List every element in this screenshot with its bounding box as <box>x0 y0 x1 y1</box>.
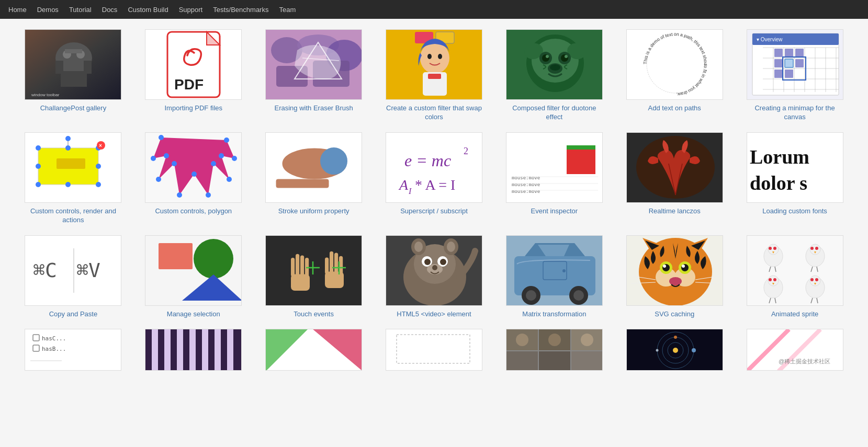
svg-point-167 <box>432 265 437 270</box>
svg-rect-251 <box>386 329 482 371</box>
card-partial-5[interactable] <box>497 329 612 375</box>
svg-text:mouse:move: mouse:move <box>512 182 540 187</box>
card-title: Importing PDF files <box>165 104 223 113</box>
svg-point-213 <box>769 278 772 281</box>
svg-rect-33 <box>428 74 441 79</box>
svg-text:mouse:move: mouse:move <box>512 189 540 194</box>
svg-point-81 <box>96 164 101 169</box>
card-partial-6[interactable] <box>617 329 732 375</box>
svg-rect-68 <box>785 49 793 57</box>
card-custom-controls[interactable]: × Custom controls, render and actions <box>16 132 131 225</box>
svg-rect-9 <box>84 61 92 74</box>
svg-rect-73 <box>774 70 783 78</box>
svg-point-100 <box>177 192 182 198</box>
svg-rect-7 <box>61 71 87 87</box>
svg-text:e = mc: e = mc <box>404 151 451 170</box>
svg-point-82 <box>96 182 101 187</box>
svg-point-92 <box>159 135 164 140</box>
svg-text:⌘C: ⌘C <box>33 259 57 282</box>
svg-point-260 <box>516 334 528 346</box>
nav-tutorial[interactable]: Tutorial <box>69 6 92 14</box>
svg-point-79 <box>65 145 71 151</box>
card-custom-polygon[interactable]: Custom controls, polygon <box>136 132 251 225</box>
card-partial-3[interactable] <box>256 329 371 375</box>
card-stroke-uniform[interactable]: Stroke uniform property <box>256 132 371 225</box>
svg-point-205 <box>815 247 818 250</box>
card-realtime-lanczos[interactable]: Realtime lanczos <box>617 132 732 225</box>
card-superscript[interactable]: e = mc 2 A I * A = I Superscript / subsc… <box>377 132 492 225</box>
svg-point-188 <box>663 265 666 268</box>
card-title: Manage selection <box>167 310 220 319</box>
svg-rect-90 <box>57 158 85 169</box>
svg-text:hasB...: hasB... <box>42 346 66 352</box>
svg-point-31 <box>438 54 442 59</box>
svg-text:dolor s: dolor s <box>750 172 807 194</box>
svg-text:A: A <box>398 177 409 193</box>
card-title: Realtime lanczos <box>649 207 701 216</box>
card-erasing-eraser[interactable]: Erasing with Eraser Brush <box>256 29 371 122</box>
card-matrix-transform[interactable]: Matrix transformation <box>497 235 612 319</box>
card-challange-gallery[interactable]: window toolbar ChallangePost gallery <box>16 29 131 122</box>
svg-rect-117 <box>567 145 595 150</box>
svg-point-96 <box>227 177 232 182</box>
svg-rect-69 <box>795 49 804 57</box>
card-title: Superscript / subscript <box>400 207 468 216</box>
card-title: Create a custom filter that swap colors <box>386 104 482 122</box>
svg-rect-71 <box>785 59 793 67</box>
svg-rect-143 <box>296 254 299 276</box>
svg-text:hasC...: hasC... <box>42 335 66 342</box>
svg-point-99 <box>191 171 197 177</box>
svg-rect-140 <box>266 235 362 306</box>
svg-text:×: × <box>99 143 102 148</box>
svg-point-161 <box>447 242 455 252</box>
nav-support[interactable]: Support <box>179 6 203 14</box>
card-html5-video[interactable]: HTML5 <video> element <box>377 235 492 319</box>
nav-custom-build[interactable]: Custom Build <box>128 6 168 14</box>
svg-point-220 <box>810 278 814 281</box>
svg-rect-108 <box>276 179 329 188</box>
svg-rect-116 <box>567 145 595 174</box>
svg-point-270 <box>656 349 658 352</box>
svg-rect-12 <box>65 49 82 53</box>
card-add-text-paths[interactable]: This is a demo of text on a path, this t… <box>617 29 732 122</box>
svg-point-199 <box>769 247 772 250</box>
svg-point-267 <box>673 348 678 353</box>
card-title: Add text on paths <box>648 104 701 113</box>
card-event-inspector[interactable]: mouse:move mouse:move mouse:move Event i… <box>497 132 612 225</box>
card-loading-fonts[interactable]: Lorum dolor s Loading custom fonts <box>737 132 852 225</box>
svg-point-212 <box>773 278 776 281</box>
svg-point-107 <box>321 148 347 174</box>
svg-rect-195 <box>747 235 843 306</box>
card-partial-2[interactable] <box>136 329 251 375</box>
svg-rect-131 <box>839 132 843 203</box>
svg-point-97 <box>211 161 216 166</box>
svg-point-95 <box>219 153 224 158</box>
svg-rect-67 <box>774 49 783 57</box>
nav-docs[interactable]: Docs <box>102 6 118 14</box>
svg-rect-142 <box>291 258 295 277</box>
card-custom-filter[interactable]: Create a custom filter that swap colors <box>377 29 492 122</box>
card-partial-4[interactable] <box>377 329 492 375</box>
card-partial-1[interactable]: hasC... hasB... <box>16 329 131 375</box>
svg-rect-137 <box>159 243 193 269</box>
svg-point-98 <box>206 192 211 198</box>
card-title: Creating a minimap for the canvas <box>747 104 843 122</box>
card-composed-filter[interactable]: Composed filter for duotone effect <box>497 29 612 122</box>
nav-team[interactable]: Team <box>279 6 296 14</box>
card-partial-7[interactable]: @稀土掘金技术社区 <box>737 329 852 375</box>
card-animated-sprite[interactable]: Animated sprite <box>737 235 852 319</box>
svg-point-44 <box>565 55 568 58</box>
card-manage-selection[interactable]: Manage selection <box>136 235 251 319</box>
card-svg-caching[interactable]: SVG caching <box>617 235 732 319</box>
card-touch-events[interactable]: Touch events <box>256 235 371 319</box>
card-title: Custom controls, render and actions <box>25 207 121 225</box>
nav-demos[interactable]: Demos <box>37 6 59 14</box>
card-importing-pdf[interactable]: PDF Importing PDF files <box>136 29 251 122</box>
card-minimap[interactable]: ▾ Overview <box>737 29 852 122</box>
svg-point-165 <box>440 259 446 265</box>
nav-tests[interactable]: Tests/Benchmarks <box>213 6 268 14</box>
nav-home[interactable]: Home <box>8 6 27 14</box>
svg-point-94 <box>232 156 237 161</box>
card-copy-paste[interactable]: ⌘C ⌘V Copy and Paste <box>16 235 131 319</box>
card-title: Animated sprite <box>771 310 818 319</box>
